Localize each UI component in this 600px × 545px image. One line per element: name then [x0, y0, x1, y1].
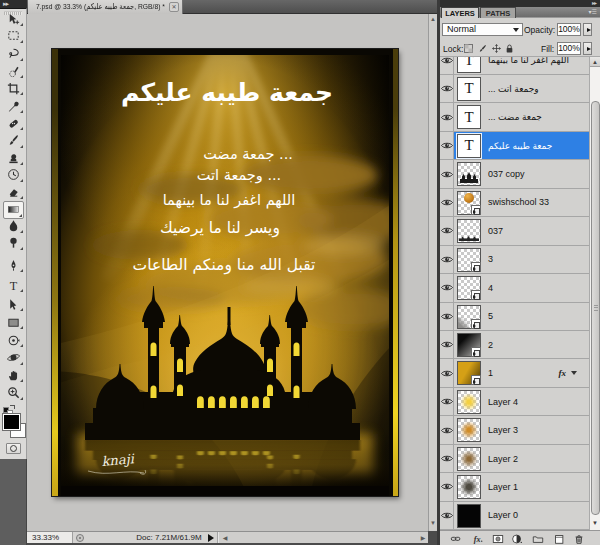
layer-name[interactable]: Layer 4	[488, 388, 518, 415]
layer-visibility-toggle[interactable]	[440, 388, 454, 415]
scroll-thumb[interactable]	[591, 101, 600, 515]
add-layer-mask-icon[interactable]	[492, 533, 504, 544]
scroll-down-icon[interactable]: ▼	[429, 519, 437, 527]
tab-layers[interactable]: LAYERS	[441, 7, 479, 18]
rectangular-marquee-tool[interactable]	[3, 28, 24, 44]
layer-thumbnail[interactable]	[457, 390, 481, 414]
layer-row[interactable]: Tجمعة مضت ...	[440, 103, 589, 131]
orbit-3d-tool[interactable]	[3, 350, 24, 366]
layer-thumbnail[interactable]	[457, 219, 481, 243]
scroll-right-icon[interactable]: ▶	[419, 534, 427, 542]
path-selection-tool[interactable]	[3, 296, 24, 312]
delete-layer-icon[interactable]	[573, 533, 585, 544]
pen-tool[interactable]	[3, 257, 24, 273]
layer-visibility-toggle[interactable]	[440, 274, 454, 301]
canvas-vertical-scrollbar[interactable]: ▲ ▼	[428, 14, 437, 531]
scroll-up-icon[interactable]: ▲	[429, 15, 437, 23]
layer-row[interactable]: Layer 4	[440, 388, 589, 416]
document-tab[interactable]: 7.psd @ 33.3% (جمعة طيبه عليكم, RGB/8) *…	[28, 0, 183, 14]
foreground-color-swatch[interactable]	[3, 414, 20, 430]
toolbox-collapse-button[interactable]: ▸▸	[0, 0, 27, 8]
layer-thumbnail[interactable]	[457, 191, 481, 215]
zoom-tool[interactable]	[3, 385, 24, 401]
layer-visibility-toggle[interactable]	[440, 189, 454, 216]
layer-name[interactable]: جمعة طيبه عليكم	[488, 132, 552, 159]
layer-name[interactable]: جمعة مضت ...	[488, 103, 542, 130]
opacity-field[interactable]: 100%	[557, 23, 581, 36]
layer-visibility-toggle[interactable]	[440, 303, 454, 330]
crop-tool[interactable]	[3, 80, 24, 96]
layer-thumbnail[interactable]	[457, 276, 481, 300]
tab-paths[interactable]: PATHS	[480, 7, 516, 18]
layer-row[interactable]: 1fx	[440, 359, 589, 387]
status-flyout-icon[interactable]	[208, 534, 214, 542]
layer-name[interactable]: 2	[488, 331, 493, 358]
layer-name[interactable]: 5	[488, 303, 493, 330]
layers-scrollbar[interactable]: ▲ ▼	[589, 57, 600, 530]
new-layer-icon[interactable]	[553, 533, 565, 544]
layer-visibility-toggle[interactable]	[440, 160, 454, 187]
eyedropper-tool[interactable]	[3, 98, 24, 114]
layer-thumbnail[interactable]	[457, 418, 481, 442]
layer-row[interactable]: 037 copy	[440, 160, 589, 188]
zoom-level-field[interactable]: 33.33%	[27, 532, 73, 543]
layer-row[interactable]: 3	[440, 246, 589, 274]
rectangle-tool[interactable]	[3, 314, 24, 330]
fill-spinner[interactable]	[583, 42, 592, 55]
spot-healing-tool[interactable]	[3, 115, 24, 131]
lock-all-icon[interactable]	[504, 43, 515, 54]
quick-mask-button[interactable]	[6, 443, 21, 454]
scroll-up-icon[interactable]: ▲	[590, 57, 600, 67]
canvas-horizontal-scrollbar[interactable]: ◀ ▶	[218, 532, 428, 543]
layer-visibility-toggle[interactable]	[440, 57, 454, 74]
layer-name[interactable]: swishschool 33	[488, 189, 549, 216]
document-canvas[interactable]: جمعة طيبه عليكمجمعة مضت ...وجمعة اتت ...…	[52, 49, 398, 496]
layer-name[interactable]: اللهم اغفر لنا ما بينهما	[488, 57, 569, 74]
layer-thumbnail[interactable]	[457, 475, 481, 499]
layer-thumbnail[interactable]: T	[457, 134, 481, 158]
layer-visibility-toggle[interactable]	[440, 246, 454, 273]
layer-row[interactable]: 037	[440, 217, 589, 245]
layer-thumbnail[interactable]	[457, 361, 481, 385]
quick-selection-tool[interactable]	[3, 63, 24, 79]
layer-row[interactable]: Tاللهم اغفر لنا ما بينهما	[440, 57, 589, 75]
scroll-left-icon[interactable]: ◀	[221, 534, 229, 542]
layer-thumbnail[interactable]	[457, 504, 481, 528]
layer-name[interactable]: 037 copy	[488, 160, 525, 187]
layer-style-icon[interactable]: fx	[472, 533, 484, 544]
layer-name[interactable]: Layer 1	[488, 473, 518, 500]
lasso-tool[interactable]	[3, 46, 24, 62]
layer-row[interactable]: Layer 0	[440, 502, 589, 530]
layer-row[interactable]: swishschool 33	[440, 189, 589, 217]
layer-row[interactable]: 4	[440, 274, 589, 302]
hand-tool[interactable]	[3, 367, 24, 383]
layer-visibility-toggle[interactable]	[440, 75, 454, 102]
layer-effects-fx-icon[interactable]: fx	[559, 359, 567, 386]
dock-collapse-button[interactable]: ▸▸	[592, 0, 596, 7]
blend-mode-select[interactable]: Normal	[442, 23, 523, 36]
layer-thumbnail[interactable]	[457, 248, 481, 272]
layer-name[interactable]: 037	[488, 217, 503, 244]
gradient-tool[interactable]	[3, 201, 24, 219]
lock-position-icon[interactable]	[491, 43, 502, 54]
layer-name[interactable]: Layer 0	[488, 502, 518, 529]
eraser-tool[interactable]	[3, 184, 24, 200]
layer-row[interactable]: Layer 1	[440, 473, 589, 501]
move-tool[interactable]	[3, 11, 24, 27]
opacity-spinner[interactable]	[583, 23, 592, 36]
history-brush-tool[interactable]	[3, 167, 24, 183]
layer-thumbnail[interactable]: T	[457, 77, 481, 101]
lock-image-pixels-icon[interactable]	[477, 43, 488, 54]
layer-thumbnail[interactable]	[457, 162, 481, 186]
brush-tool[interactable]	[3, 133, 24, 149]
layer-visibility-toggle[interactable]	[440, 416, 454, 443]
layer-visibility-toggle[interactable]	[440, 103, 454, 130]
blur-tool[interactable]	[3, 218, 24, 234]
layer-visibility-toggle[interactable]	[440, 359, 454, 386]
layer-name[interactable]: Layer 2	[488, 445, 518, 472]
layer-name[interactable]: 4	[488, 274, 493, 301]
layer-row[interactable]: Tوجمعة اتت ...	[440, 75, 589, 103]
layer-name[interactable]: 3	[488, 246, 493, 273]
panel-menu-icon[interactable]: ▾☰	[589, 9, 597, 16]
scroll-down-icon[interactable]: ▼	[590, 518, 600, 528]
